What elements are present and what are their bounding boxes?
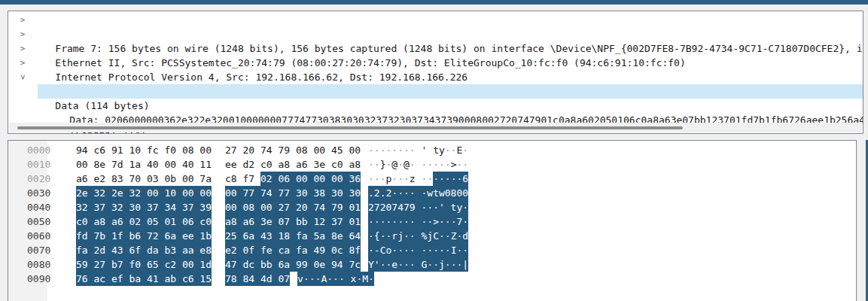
details-horizontal-scrollbar[interactable]: [9, 123, 862, 132]
hex-row[interactable]: 0010 00 8e 7d 1a 40 00 40 11 ee d2 c0 a8…: [8, 157, 856, 172]
hex-bytes-group1[interactable]: 00 8e 7d 1a 40 00 40 11: [76, 157, 212, 172]
hex-bytes-group1[interactable]: 2e 32 2e 32 00 10 00 00: [76, 186, 212, 200]
hex-bytes-group1[interactable]: 59 27 b7 f0 65 c2 00 1d: [76, 257, 212, 272]
hex-row[interactable]: 0070 fa 2d 43 6f da b3 aa e8 e2 0f fe ca…: [8, 243, 856, 257]
hex-ascii-column[interactable]: ··}·@·@· ·····>··: [368, 157, 468, 172]
chevron-down-icon[interactable]: >: [17, 70, 28, 84]
hex-row[interactable]: 0030 2e 32 2e 32 00 10 00 00 00 77 74 77…: [8, 186, 856, 200]
hex-bytes-group1[interactable]: fa 2d 43 6f da b3 aa e8: [76, 243, 212, 257]
hex-ascii-column[interactable]: ········ ··>···7·: [368, 214, 468, 229]
hex-bytes-group2[interactable]: 47 dc bb 6a 99 0e 94 7c: [225, 257, 361, 272]
hex-ascii-column[interactable]: ·-Co···· ·····I··: [368, 243, 468, 257]
hex-bytes-group2[interactable]: c8 f7 02 06 00 00 00 36: [225, 172, 361, 186]
hex-bytes-group1[interactable]: fd 7b 1f b6 72 6a ee 1b: [76, 229, 212, 243]
hex-bytes-group1[interactable]: 94 c6 91 10 fc f0 08 00: [76, 143, 212, 157]
hex-row[interactable]: 0090 76 ac ef ba 41 ab c6 15 78 84 4d 07…: [8, 272, 856, 286]
hex-bytes-group1[interactable]: c0 a8 a6 02 05 01 06 c0: [76, 214, 212, 229]
chevron-right-icon[interactable]: >: [17, 13, 28, 27]
chevron-right-icon[interactable]: >: [17, 41, 28, 56]
hex-ascii-column[interactable]: ········ ' ty··E·: [368, 143, 468, 157]
hex-dump: 0000 94 c6 91 10 fc f0 08 00 27 20 74 79…: [8, 141, 856, 286]
hex-bytes-group1[interactable]: 76 ac ef ba 41 ab c6 15: [76, 272, 212, 286]
hex-bytes-group1[interactable]: 32 37 32 30 37 34 37 39: [76, 200, 212, 214]
packet-bytes-pane: 0000 94 c6 91 10 fc f0 08 00 27 20 74 79…: [8, 140, 857, 301]
hex-row[interactable]: 0000 94 c6 91 10 fc f0 08 00 27 20 74 79…: [8, 143, 856, 157]
hex-offset: 0090: [8, 272, 76, 286]
packet-detail-row[interactable]: > Internet Protocol Version 4, Src: 192.…: [8, 41, 863, 56]
hex-bytes-group2[interactable]: 27 20 74 79 08 00 45 00: [225, 143, 361, 157]
hex-bytes-group2[interactable]: 00 77 74 77 30 38 30 30: [225, 186, 361, 200]
packet-detail-row[interactable]: Data: 0206000000362e322e3200100000007774…: [38, 84, 863, 99]
packet-details-pane: > Frame 7: 156 bytes on wire (1248 bits)…: [8, 11, 863, 134]
hex-row[interactable]: 0040 32 37 32 30 37 34 37 39 00 08 00 27…: [8, 200, 856, 214]
chevron-right-icon[interactable]: >: [17, 56, 28, 70]
hex-offset: 0040: [8, 200, 76, 214]
hex-ascii-column[interactable]: ···p···z ·······6: [368, 172, 468, 186]
hex-offset: 0050: [8, 214, 76, 229]
hex-ascii-column[interactable]: ·{··rj·· %jC··Z·d: [368, 229, 468, 243]
hex-offset: 0070: [8, 243, 76, 257]
top-accent-bar: [0, 0, 868, 5]
hex-ascii-column[interactable]: 27207479 ···' ty·: [368, 200, 468, 214]
hex-offset: 0010: [8, 157, 76, 172]
chevron-right-icon[interactable]: >: [17, 27, 28, 41]
packet-detail-row[interactable]: > User Datagram Protocol, Src Port: 3364…: [8, 56, 863, 70]
hex-bytes-group1[interactable]: a6 e2 83 70 03 0b 00 7a: [76, 172, 212, 186]
scrollbar-thumb[interactable]: [17, 126, 683, 129]
hex-ascii-column[interactable]: v···A··· x·M·: [297, 272, 374, 286]
hex-ascii-column[interactable]: Y'··e··· G··j···|: [368, 257, 468, 272]
packet-detail-row[interactable]: [Length: 114]: [8, 99, 863, 113]
packet-detail-row[interactable]: > Frame 7: 156 bytes on wire (1248 bits)…: [8, 13, 863, 27]
hex-bytes-group2[interactable]: 25 6a 43 18 fa 5a 8e 64: [225, 229, 361, 243]
hex-bytes-group2[interactable]: a8 a6 3e 07 bb 12 37 01: [225, 214, 361, 229]
hex-offset: 0060: [8, 229, 76, 243]
hex-offset: 0030: [8, 186, 76, 200]
packet-detail-row[interactable]: > Ethernet II, Src: PCSSystemtec_20:74:7…: [8, 27, 863, 41]
hex-row[interactable]: 0020 a6 e2 83 70 03 0b 00 7a c8 f7 02 06…: [8, 172, 856, 186]
packet-details-tree: > Frame 7: 156 bytes on wire (1248 bits)…: [8, 11, 863, 113]
hex-row[interactable]: 0050 c0 a8 a6 02 05 01 06 c0 a8 a6 3e 07…: [8, 214, 856, 229]
hex-bytes-group2[interactable]: 00 08 00 27 20 74 79 01: [225, 200, 361, 214]
hex-ascii-column[interactable]: .2.2···· ·wtw0800: [368, 186, 468, 200]
hex-offset: 0020: [8, 172, 76, 186]
hex-row[interactable]: 0060 fd 7b 1f b6 72 6a ee 1b 25 6a 43 18…: [8, 229, 856, 243]
hex-offset: 0080: [8, 257, 76, 272]
hex-bytes-group2[interactable]: e2 0f fe ca fa 49 0c 8f: [225, 243, 361, 257]
hex-offset: 0000: [8, 143, 76, 157]
packet-detail-row[interactable]: > Data (114 bytes): [8, 70, 863, 84]
hex-row[interactable]: 0080 59 27 b7 f0 65 c2 00 1d 47 dc bb 6a…: [8, 257, 856, 272]
hex-bytes-group2[interactable]: 78 84 4d 07: [225, 272, 290, 286]
hex-bytes-group2[interactable]: ee d2 c0 a8 a6 3e c0 a8: [225, 157, 361, 172]
